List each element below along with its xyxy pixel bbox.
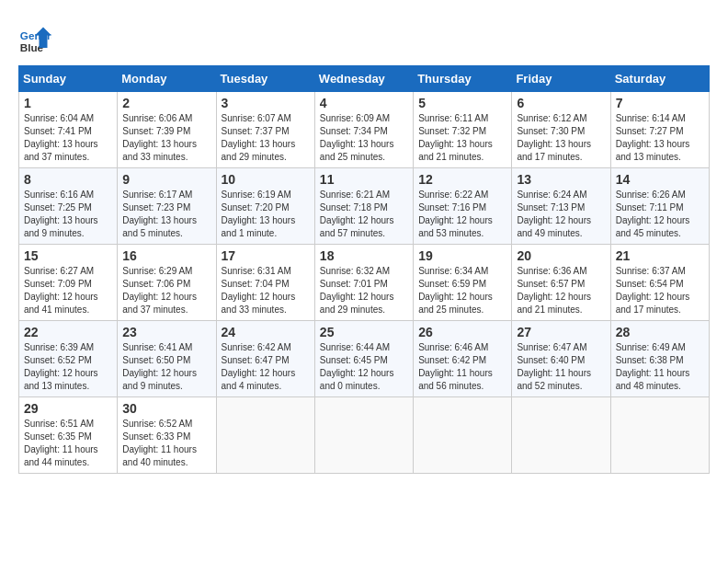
sunrise-label: Sunrise: 6:51 AM bbox=[24, 419, 94, 429]
calendar-header-row: SundayMondayTuesdayWednesdayThursdayFrid… bbox=[19, 66, 710, 92]
day-info: Sunrise: 6:19 AM Sunset: 7:20 PM Dayligh… bbox=[222, 189, 310, 240]
sunset-label: Sunset: 7:32 PM bbox=[418, 126, 486, 136]
sunset-label: Sunset: 7:06 PM bbox=[122, 279, 190, 289]
daylight-label: Daylight: 12 hours and 45 minutes. bbox=[616, 215, 690, 238]
day-number: 6 bbox=[517, 96, 605, 110]
daylight-label: Daylight: 12 hours and 13 minutes. bbox=[24, 368, 98, 391]
calendar-cell: 11 Sunrise: 6:21 AM Sunset: 7:18 PM Dayl… bbox=[314, 168, 413, 245]
day-info: Sunrise: 6:16 AM Sunset: 7:25 PM Dayligh… bbox=[24, 189, 112, 240]
calendar-cell: 5 Sunrise: 6:11 AM Sunset: 7:32 PM Dayli… bbox=[414, 92, 512, 168]
logo: General Blue bbox=[18, 23, 55, 56]
sunrise-label: Sunrise: 6:14 AM bbox=[616, 113, 686, 123]
daylight-label: Daylight: 12 hours and 33 minutes. bbox=[222, 292, 296, 315]
calendar-cell: 30 Sunrise: 6:52 AM Sunset: 6:33 PM Dayl… bbox=[118, 397, 216, 474]
day-info: Sunrise: 6:51 AM Sunset: 6:35 PM Dayligh… bbox=[24, 418, 112, 469]
sunrise-label: Sunrise: 6:16 AM bbox=[24, 190, 94, 200]
sunrise-label: Sunrise: 6:39 AM bbox=[24, 342, 94, 352]
sunset-label: Sunset: 6:42 PM bbox=[418, 355, 486, 365]
sunset-label: Sunset: 7:04 PM bbox=[222, 279, 290, 289]
sunrise-label: Sunrise: 6:41 AM bbox=[122, 342, 192, 352]
calendar-week-3: 15 Sunrise: 6:27 AM Sunset: 7:09 PM Dayl… bbox=[19, 245, 710, 321]
daylight-label: Daylight: 12 hours and 21 minutes. bbox=[517, 292, 591, 315]
sunset-label: Sunset: 6:59 PM bbox=[418, 279, 486, 289]
day-info: Sunrise: 6:27 AM Sunset: 7:09 PM Dayligh… bbox=[24, 265, 112, 316]
header-saturday: Saturday bbox=[610, 66, 709, 92]
daylight-label: Daylight: 12 hours and 53 minutes. bbox=[418, 215, 493, 238]
day-info: Sunrise: 6:09 AM Sunset: 7:34 PM Dayligh… bbox=[320, 112, 408, 164]
sunrise-label: Sunrise: 6:09 AM bbox=[320, 113, 390, 123]
sunset-label: Sunset: 7:41 PM bbox=[24, 126, 92, 136]
calendar-cell: 1 Sunrise: 6:04 AM Sunset: 7:41 PM Dayli… bbox=[19, 92, 118, 168]
sunrise-label: Sunrise: 6:46 AM bbox=[418, 342, 488, 352]
daylight-label: Daylight: 12 hours and 57 minutes. bbox=[320, 215, 394, 238]
day-number: 22 bbox=[24, 325, 112, 339]
sunrise-label: Sunrise: 6:27 AM bbox=[24, 266, 94, 276]
day-info: Sunrise: 6:36 AM Sunset: 6:57 PM Dayligh… bbox=[517, 265, 605, 316]
sunrise-label: Sunrise: 6:11 AM bbox=[418, 113, 488, 123]
sunset-label: Sunset: 7:37 PM bbox=[222, 126, 290, 136]
day-number: 26 bbox=[418, 325, 506, 339]
sunset-label: Sunset: 7:20 PM bbox=[222, 202, 290, 213]
sunrise-label: Sunrise: 6:19 AM bbox=[222, 190, 291, 200]
calendar-table: SundayMondayTuesdayWednesdayThursdayFrid… bbox=[18, 65, 710, 474]
header-monday: Monday bbox=[118, 66, 216, 92]
sunset-label: Sunset: 7:11 PM bbox=[616, 202, 684, 213]
sunrise-label: Sunrise: 6:04 AM bbox=[24, 113, 94, 123]
day-info: Sunrise: 6:44 AM Sunset: 6:45 PM Dayligh… bbox=[320, 341, 408, 393]
daylight-label: Daylight: 13 hours and 5 minutes. bbox=[122, 215, 197, 238]
calendar-cell: 16 Sunrise: 6:29 AM Sunset: 7:06 PM Dayl… bbox=[118, 245, 216, 321]
day-number: 1 bbox=[24, 96, 112, 110]
day-info: Sunrise: 6:12 AM Sunset: 7:30 PM Dayligh… bbox=[517, 112, 605, 164]
sunrise-label: Sunrise: 6:52 AM bbox=[122, 419, 192, 429]
header-friday: Friday bbox=[512, 66, 610, 92]
sunset-label: Sunset: 6:47 PM bbox=[222, 355, 290, 365]
day-info: Sunrise: 6:37 AM Sunset: 6:54 PM Dayligh… bbox=[616, 265, 704, 316]
calendar-cell: 14 Sunrise: 6:26 AM Sunset: 7:11 PM Dayl… bbox=[610, 168, 709, 245]
calendar-cell: 10 Sunrise: 6:19 AM Sunset: 7:20 PM Dayl… bbox=[216, 168, 314, 245]
sunrise-label: Sunrise: 6:42 AM bbox=[222, 342, 291, 352]
sunset-label: Sunset: 6:40 PM bbox=[517, 355, 585, 365]
calendar-cell: 9 Sunrise: 6:17 AM Sunset: 7:23 PM Dayli… bbox=[118, 168, 216, 245]
day-info: Sunrise: 6:14 AM Sunset: 7:27 PM Dayligh… bbox=[616, 112, 704, 164]
sunrise-label: Sunrise: 6:34 AM bbox=[418, 266, 488, 276]
header-wednesday: Wednesday bbox=[314, 66, 413, 92]
day-info: Sunrise: 6:24 AM Sunset: 7:13 PM Dayligh… bbox=[517, 189, 605, 240]
sunrise-label: Sunrise: 6:22 AM bbox=[418, 190, 488, 200]
calendar-cell: 17 Sunrise: 6:31 AM Sunset: 7:04 PM Dayl… bbox=[216, 245, 314, 321]
calendar-cell: 4 Sunrise: 6:09 AM Sunset: 7:34 PM Dayli… bbox=[314, 92, 413, 168]
daylight-label: Daylight: 13 hours and 29 minutes. bbox=[222, 139, 296, 162]
daylight-label: Daylight: 12 hours and 37 minutes. bbox=[122, 292, 197, 315]
daylight-label: Daylight: 12 hours and 0 minutes. bbox=[320, 368, 394, 391]
calendar-week-2: 8 Sunrise: 6:16 AM Sunset: 7:25 PM Dayli… bbox=[19, 168, 710, 245]
daylight-label: Daylight: 12 hours and 29 minutes. bbox=[320, 292, 394, 315]
daylight-label: Daylight: 13 hours and 37 minutes. bbox=[24, 139, 98, 162]
calendar-cell bbox=[512, 397, 610, 474]
calendar-cell: 28 Sunrise: 6:49 AM Sunset: 6:38 PM Dayl… bbox=[610, 321, 709, 397]
calendar-cell: 8 Sunrise: 6:16 AM Sunset: 7:25 PM Dayli… bbox=[19, 168, 118, 245]
sunset-label: Sunset: 7:27 PM bbox=[616, 126, 684, 136]
day-number: 7 bbox=[616, 96, 704, 110]
calendar-cell: 15 Sunrise: 6:27 AM Sunset: 7:09 PM Dayl… bbox=[19, 245, 118, 321]
sunrise-label: Sunrise: 6:07 AM bbox=[222, 113, 291, 123]
sunrise-label: Sunrise: 6:47 AM bbox=[517, 342, 586, 352]
sunset-label: Sunset: 7:30 PM bbox=[517, 126, 585, 136]
daylight-label: Daylight: 12 hours and 17 minutes. bbox=[616, 292, 690, 315]
day-number: 14 bbox=[616, 172, 704, 187]
sunset-label: Sunset: 7:16 PM bbox=[418, 202, 486, 213]
calendar-cell: 21 Sunrise: 6:37 AM Sunset: 6:54 PM Dayl… bbox=[610, 245, 709, 321]
day-info: Sunrise: 6:42 AM Sunset: 6:47 PM Dayligh… bbox=[222, 341, 310, 393]
header-tuesday: Tuesday bbox=[216, 66, 314, 92]
sunrise-label: Sunrise: 6:29 AM bbox=[122, 266, 192, 276]
daylight-label: Daylight: 13 hours and 33 minutes. bbox=[122, 139, 197, 162]
day-info: Sunrise: 6:34 AM Sunset: 6:59 PM Dayligh… bbox=[418, 265, 506, 316]
calendar-cell bbox=[414, 397, 512, 474]
daylight-label: Daylight: 13 hours and 9 minutes. bbox=[24, 215, 98, 238]
day-info: Sunrise: 6:11 AM Sunset: 7:32 PM Dayligh… bbox=[418, 112, 506, 164]
sunrise-label: Sunrise: 6:26 AM bbox=[616, 190, 686, 200]
daylight-label: Daylight: 12 hours and 25 minutes. bbox=[418, 292, 493, 315]
calendar-cell: 27 Sunrise: 6:47 AM Sunset: 6:40 PM Dayl… bbox=[512, 321, 610, 397]
sunset-label: Sunset: 7:18 PM bbox=[320, 202, 388, 213]
daylight-label: Daylight: 13 hours and 1 minute. bbox=[222, 215, 296, 238]
sunrise-label: Sunrise: 6:06 AM bbox=[122, 113, 192, 123]
sunrise-label: Sunrise: 6:37 AM bbox=[616, 266, 686, 276]
